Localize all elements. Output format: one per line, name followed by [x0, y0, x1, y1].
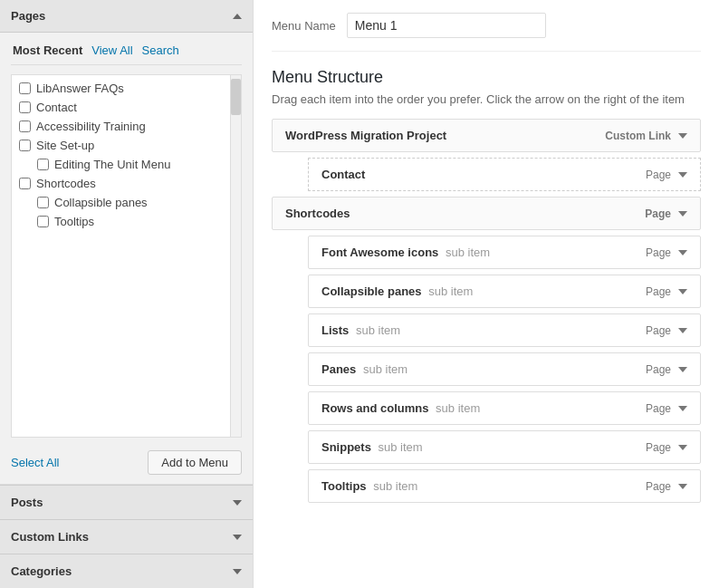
wp-migration-dropdown-arrow[interactable]: [678, 133, 687, 139]
custom-links-section-title: Custom Links: [11, 530, 89, 544]
rows-columns-name: Rows and columns sub item: [321, 401, 480, 415]
font-awesome-right: Page: [646, 246, 687, 259]
rows-columns-dropdown-arrow[interactable]: [678, 406, 687, 411]
editmenu-checkbox[interactable]: [37, 159, 49, 170]
custom-links-section-header[interactable]: Custom Links: [0, 519, 253, 554]
font-awesome-name: Font Awesome icons sub item: [321, 246, 490, 259]
collapsible-panes-dropdown-arrow[interactable]: [678, 289, 687, 294]
pages-panel-title: Pages: [11, 9, 45, 23]
categories-section-header[interactable]: Categories: [0, 554, 253, 588]
menu-item-snippets: Snippets sub item Page: [308, 430, 701, 464]
menu-item-shortcodes: Shortcodes Page: [272, 197, 701, 230]
collapsible-checkbox[interactable]: [37, 197, 49, 208]
shortcodes-dropdown-arrow[interactable]: [678, 211, 687, 217]
collapsible-panes-right: Page: [646, 285, 687, 298]
lists-right: Page: [646, 324, 687, 337]
rows-columns-right: Page: [646, 402, 687, 415]
pages-list-container: LibAnswer FAQs Contact Accessibility Tra…: [11, 74, 242, 438]
list-item: Collapsible panes: [12, 193, 228, 212]
shortcodes-label: Shortcodes: [36, 177, 96, 190]
shortcodes-right: Page: [645, 207, 687, 220]
menu-name-row: Menu Name: [272, 13, 701, 52]
posts-section-header[interactable]: Posts: [0, 485, 253, 519]
wp-migration-name: WordPress Migration Project: [285, 129, 446, 142]
font-awesome-dropdown-arrow[interactable]: [678, 250, 687, 255]
shortcodes-checkbox[interactable]: [19, 178, 31, 189]
menu-name-input[interactable]: [347, 13, 546, 38]
accessibility-checkbox[interactable]: [19, 120, 31, 132]
list-item: Accessibility Training: [12, 117, 228, 136]
sitesetup-label: Site Set-up: [36, 139, 94, 152]
tooltips-sub-dropdown-arrow[interactable]: [678, 484, 687, 489]
contact-sub-type: Page: [646, 169, 671, 181]
select-all-row: Select All Add to Menu: [11, 450, 242, 475]
list-item: Shortcodes: [12, 174, 228, 193]
select-all-link[interactable]: Select All: [11, 456, 59, 469]
menu-name-label: Menu Name: [272, 19, 336, 33]
snippets-dropdown-arrow[interactable]: [678, 445, 687, 450]
wp-migration-type: Custom Link: [605, 130, 671, 142]
collapsible-sections: Posts Custom Links Categories: [0, 484, 253, 588]
menu-structure-title: Menu Structure: [272, 68, 701, 87]
menu-item-tooltips-sub: Tooltips sub item Page: [308, 469, 701, 503]
snippets-right: Page: [646, 441, 687, 454]
tooltips-checkbox[interactable]: [37, 216, 49, 227]
list-item: Contact: [12, 98, 228, 117]
list-item: LibAnswer FAQs: [12, 79, 228, 98]
categories-section-title: Categories: [11, 564, 72, 578]
collapsible-panes-name: Collapsible panes sub item: [321, 284, 473, 298]
menu-item-wp-migration: WordPress Migration Project Custom Link: [272, 119, 701, 152]
lists-name: Lists sub item: [321, 323, 400, 337]
scrollbar-track[interactable]: [230, 75, 241, 437]
custom-links-expand-arrow: [233, 535, 242, 540]
contact-sub-dropdown-arrow[interactable]: [678, 172, 687, 178]
pages-content: Most Recent View All Search LibAnswer FA…: [0, 33, 253, 484]
sitesetup-checkbox[interactable]: [19, 140, 31, 151]
panes-right: Page: [646, 363, 687, 376]
menu-item-contact: Contact Page: [308, 158, 701, 191]
libfaq-label: LibAnswer FAQs: [36, 82, 124, 95]
accessibility-label: Accessibility Training: [36, 120, 146, 133]
tab-most-recent[interactable]: Most Recent: [11, 42, 84, 59]
page-list: LibAnswer FAQs Contact Accessibility Tra…: [12, 75, 241, 235]
posts-expand-arrow: [233, 500, 242, 506]
snippets-name: Snippets sub item: [321, 440, 423, 454]
pages-collapse-arrow: [233, 14, 242, 19]
panes-dropdown-arrow[interactable]: [678, 367, 687, 372]
menu-item-panes: Panes sub item Page: [308, 352, 701, 386]
right-panel: Menu Name Menu Structure Drag each item …: [254, 0, 719, 588]
list-item: Site Set-up: [12, 136, 228, 155]
editmenu-label: Editing The Unit Menu: [54, 158, 170, 171]
menu-item-lists: Lists sub item Page: [308, 313, 701, 347]
pages-tabs: Most Recent View All Search: [11, 42, 242, 65]
left-panel: Pages Most Recent View All Search LibAns…: [0, 0, 254, 588]
add-to-menu-button[interactable]: Add to Menu: [148, 450, 242, 475]
menu-item-rows-columns: Rows and columns sub item Page: [308, 391, 701, 425]
shortcodes-name: Shortcodes: [285, 207, 350, 220]
wp-migration-right: Custom Link: [605, 130, 687, 142]
tab-view-all[interactable]: View All: [90, 42, 134, 59]
tooltips-sub-name: Tooltips sub item: [321, 479, 417, 493]
collapsible-label: Collapsible panes: [54, 196, 148, 209]
panes-name: Panes sub item: [321, 362, 407, 376]
contact-sub-right: Page: [646, 169, 687, 181]
contact-sub-name: Contact: [321, 168, 365, 181]
posts-section-title: Posts: [11, 496, 43, 509]
list-item: Tooltips: [12, 212, 228, 231]
tooltips-label: Tooltips: [54, 215, 94, 228]
menu-structure-desc: Drag each item into the order you prefer…: [272, 92, 701, 106]
lists-dropdown-arrow[interactable]: [678, 328, 687, 333]
contact-label: Contact: [36, 101, 77, 114]
list-item: Editing The Unit Menu: [12, 155, 228, 174]
categories-expand-arrow: [233, 569, 242, 574]
libfaq-checkbox[interactable]: [19, 82, 31, 94]
scrollbar-thumb: [231, 79, 241, 115]
contact-checkbox[interactable]: [19, 101, 31, 113]
shortcodes-type: Page: [645, 207, 671, 220]
pages-panel-header[interactable]: Pages: [0, 0, 253, 33]
menu-item-font-awesome: Font Awesome icons sub item Page: [308, 236, 701, 269]
tooltips-sub-right: Page: [646, 480, 687, 493]
menu-item-collapsible-panes: Collapsible panes sub item Page: [308, 275, 701, 308]
tab-search[interactable]: Search: [140, 42, 181, 59]
